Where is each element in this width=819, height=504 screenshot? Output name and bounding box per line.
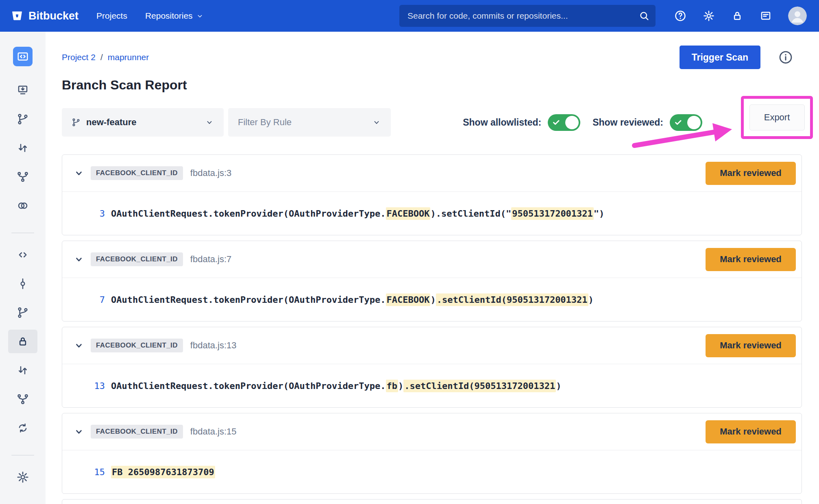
- code-line: FB 2650987631873709: [111, 467, 215, 477]
- finding-location: fbdata.js:3: [190, 168, 232, 178]
- chevron-down-icon: [205, 118, 214, 127]
- trigger-scan-button[interactable]: Trigger Scan: [680, 46, 760, 69]
- check-icon: [551, 117, 561, 130]
- lock-icon: [17, 335, 29, 348]
- finding-code-row: 3 OAuthClientRequest.tokenProvider(OAuth…: [62, 191, 802, 235]
- export-button[interactable]: Export: [749, 104, 805, 130]
- finding-header: FACEBOOK_CLIENT_ID fbdata.js:7 Mark revi…: [62, 241, 802, 278]
- overlapping-circles-icon: [17, 200, 29, 212]
- sidebar-item-pull-requests[interactable]: [8, 358, 37, 382]
- mark-reviewed-button[interactable]: Mark reviewed: [706, 334, 796, 357]
- code-text: ): [430, 295, 436, 305]
- chevron-down-icon[interactable]: [74, 426, 84, 437]
- chevron-down-icon[interactable]: [74, 340, 84, 351]
- help-icon[interactable]: [674, 10, 686, 22]
- code-highlight: FACEBOOK: [386, 207, 431, 220]
- code-highlight: 950513172001321: [511, 207, 594, 220]
- feedback-icon[interactable]: [760, 10, 772, 22]
- findings-list: FACEBOOK_CLIENT_ID fbdata.js:3 Mark revi…: [62, 154, 802, 494]
- breadcrumb-project-link[interactable]: Project 2: [62, 52, 96, 62]
- rule-badge: FACEBOOK_CLIENT_ID: [91, 339, 183, 352]
- code-line: OAuthClientRequest.tokenProvider(OAuthPr…: [111, 295, 594, 305]
- sidebar-item-commits[interactable]: [8, 272, 37, 295]
- nav-projects[interactable]: Projects: [96, 11, 127, 21]
- gear-icon: [16, 471, 29, 484]
- search-input[interactable]: [399, 11, 656, 21]
- mark-reviewed-button[interactable]: Mark reviewed: [706, 420, 796, 443]
- repository-avatar[interactable]: [13, 47, 33, 66]
- sidebar-item-branch[interactable]: [8, 107, 37, 131]
- show-allowlisted-toggle[interactable]: [548, 114, 580, 131]
- compare-arrows-icon: [17, 142, 29, 154]
- finding-code-row: 7 OAuthClientRequest.tokenProvider(OAuth…: [62, 278, 802, 321]
- page-title: Branch Scan Report: [62, 76, 802, 93]
- nav-repositories[interactable]: Repositories: [145, 11, 203, 21]
- show-allowlisted-label: Show allowlisted:: [463, 117, 541, 128]
- branch-selector-value: new-feature: [86, 117, 136, 128]
- mark-reviewed-button[interactable]: Mark reviewed: [706, 248, 796, 271]
- show-reviewed-label: Show reviewed:: [592, 117, 663, 128]
- chevron-down-icon: [372, 118, 381, 127]
- rule-filter-placeholder: Filter By Rule: [238, 117, 292, 128]
- sidebar-item-branches[interactable]: [8, 301, 37, 324]
- sidebar-item-settings[interactable]: [8, 465, 37, 489]
- chevron-down-icon[interactable]: [74, 168, 84, 178]
- sidebar-item-deployments[interactable]: [8, 194, 37, 217]
- lock-icon[interactable]: [731, 10, 743, 22]
- info-icon[interactable]: [778, 50, 793, 65]
- sidebar-item-clone[interactable]: [8, 78, 37, 102]
- pull-request-icon: [17, 364, 29, 376]
- code-highlight: FACEBOOK: [386, 293, 431, 306]
- global-search[interactable]: [399, 5, 656, 27]
- search-icon: [638, 10, 650, 23]
- clone-icon: [17, 84, 29, 96]
- mark-reviewed-button[interactable]: Mark reviewed: [706, 162, 796, 185]
- nav-projects-label: Projects: [96, 11, 127, 21]
- code-text: ): [588, 295, 594, 305]
- sidebar-item-pipelines[interactable]: [8, 387, 37, 411]
- finding-code-row: 13 OAuthClientRequest.tokenProvider(OAut…: [62, 364, 802, 407]
- sidebar-divider: [11, 232, 34, 233]
- finding-card: FACEBOOK_CLIENT_ID fbdata.js:15 Mark rev…: [62, 413, 802, 494]
- sidebar-item-security[interactable]: [8, 330, 37, 353]
- filter-bar: new-feature Filter By Rule Show allowlis…: [62, 108, 802, 137]
- code-highlight: fb: [386, 380, 399, 392]
- sidebar-item-compare[interactable]: [8, 136, 37, 160]
- code-highlight: .setClientId(950513172001321: [403, 380, 556, 392]
- fork-icon: [17, 171, 29, 183]
- branches-icon: [17, 306, 29, 319]
- navbar-links: Projects Repositories: [96, 11, 203, 21]
- toggle-knob: [687, 116, 701, 129]
- code-line: OAuthClientRequest.tokenProvider(OAuthPr…: [111, 209, 604, 219]
- branch-selector[interactable]: new-feature: [62, 108, 224, 137]
- code-text: ): [398, 381, 403, 391]
- finding-header: FACEBOOK_CLIENT_ID fbdata.js:15 Mark rev…: [62, 413, 802, 450]
- sidebar-item-fork[interactable]: [8, 165, 37, 189]
- user-avatar[interactable]: [788, 7, 807, 25]
- left-sidebar: [0, 32, 46, 504]
- annotation-highlight-box: Export: [741, 96, 813, 139]
- finding-header: FACEBOOK_CLIENT_ID fbdata.js:13 Mark rev…: [62, 327, 802, 364]
- sidebar-item-source[interactable]: [8, 243, 37, 267]
- toggle-group: Show allowlisted: Show reviewed:: [463, 114, 702, 131]
- brand-name: Bitbucket: [28, 10, 78, 22]
- finding-location: fbdata.js:7: [190, 254, 232, 265]
- code-text: OAuthClientRequest.tokenProvider(OAuthPr…: [111, 209, 386, 219]
- show-reviewed-toggle[interactable]: [670, 114, 702, 131]
- finding-header: FACEBOOK_CLIENT_ID fbdata.js:3 Mark revi…: [62, 155, 802, 191]
- sidebar-item-sync[interactable]: [8, 416, 37, 440]
- finding-header: [62, 500, 802, 504]
- breadcrumb-separator: /: [100, 52, 103, 62]
- rule-badge: FACEBOOK_CLIENT_ID: [91, 166, 183, 180]
- chevron-down-icon[interactable]: [74, 254, 84, 265]
- code-line-number: 13: [86, 381, 105, 391]
- gear-icon[interactable]: [703, 10, 715, 22]
- breadcrumb-repo-link[interactable]: maprunner: [108, 52, 149, 62]
- code-line-number: 7: [86, 295, 105, 305]
- code-line: OAuthClientRequest.tokenProvider(OAuthPr…: [111, 381, 561, 391]
- bitbucket-logo[interactable]: Bitbucket: [11, 9, 78, 22]
- rule-badge: FACEBOOK_CLIENT_ID: [91, 425, 183, 439]
- rule-filter-selector[interactable]: Filter By Rule: [228, 108, 391, 137]
- rule-badge: FACEBOOK_CLIENT_ID: [91, 252, 183, 266]
- code-text: ).setClientId(": [430, 209, 511, 219]
